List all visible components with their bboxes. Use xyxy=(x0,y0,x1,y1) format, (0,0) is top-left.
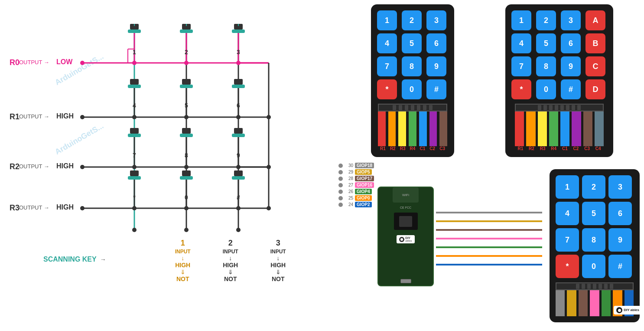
svg-point-57 xyxy=(132,61,137,65)
svg-text:5: 5 xyxy=(185,102,188,109)
pin-r4: R4 xyxy=(408,146,418,151)
svg-point-62 xyxy=(236,115,241,119)
key4-hash[interactable]: # xyxy=(561,79,581,99)
svg-text:HIGH: HIGH xyxy=(56,112,74,120)
gpio-row-24: 24 GIOP2 xyxy=(338,202,374,207)
svg-rect-49 xyxy=(130,170,139,176)
keyb-1[interactable]: 1 xyxy=(556,175,579,199)
key4-8[interactable]: 8 xyxy=(536,56,556,76)
pin4-c2: C2 xyxy=(570,146,582,151)
keyb-3[interactable]: 3 xyxy=(608,175,632,199)
pin4-r4: R4 xyxy=(548,146,559,151)
keyb-8[interactable]: 8 xyxy=(582,228,605,252)
keypad-3x3-top: 1 2 3 4 5 6 7 8 9 * 0 # xyxy=(371,4,454,157)
keypad-4x4-top: 1 2 3 A 4 5 6 B 7 8 9 C * 0 # D xyxy=(505,4,613,157)
svg-point-9 xyxy=(236,228,241,232)
svg-text:R3: R3 xyxy=(10,203,20,212)
svg-rect-46 xyxy=(234,128,243,134)
svg-text:6: 6 xyxy=(237,102,240,109)
key4-5[interactable]: 5 xyxy=(536,33,556,53)
svg-text:OUTPUT →: OUTPUT → xyxy=(19,113,49,120)
key4-4[interactable]: 4 xyxy=(511,33,531,53)
key-9[interactable]: 9 xyxy=(426,56,446,76)
key-3[interactable]: 3 xyxy=(426,10,446,30)
scan-col-3-input: INPUT xyxy=(270,249,286,255)
key4-7[interactable]: 7 xyxy=(511,56,531,76)
key-star[interactable]: * xyxy=(377,79,397,99)
key4-6[interactable]: 6 xyxy=(561,33,581,53)
svg-text:R2: R2 xyxy=(10,162,20,171)
svg-text:#: # xyxy=(237,194,240,201)
svg-rect-40 xyxy=(130,128,139,134)
svg-point-71 xyxy=(184,206,189,210)
key-1[interactable]: 1 xyxy=(377,10,397,30)
svg-text:R1: R1 xyxy=(10,112,20,121)
right-area: 1 2 3 4 5 6 7 8 9 * 0 # xyxy=(315,0,644,331)
scan-col-2-num: 2 xyxy=(228,239,233,248)
svg-rect-31 xyxy=(130,79,139,85)
gpio-num-26: 26 xyxy=(345,189,353,194)
key4-1[interactable]: 1 xyxy=(511,10,531,30)
keyb-7[interactable]: 7 xyxy=(556,228,579,252)
key-7[interactable]: 7 xyxy=(377,56,397,76)
pin4-c4: C4 xyxy=(592,146,604,151)
key4-B[interactable]: B xyxy=(585,33,605,53)
key4-9[interactable]: 9 xyxy=(561,56,581,76)
svg-text:LOW: LOW xyxy=(56,58,73,66)
key4-3[interactable]: 3 xyxy=(561,10,581,30)
pin-c3: C3 xyxy=(437,146,447,151)
svg-rect-14 xyxy=(128,29,141,33)
pin4-r1: R1 xyxy=(515,146,526,151)
keyb-4[interactable]: 4 xyxy=(556,202,579,225)
pin4-r3: R3 xyxy=(537,146,548,151)
svg-rect-55 xyxy=(234,170,243,176)
gpio-dot-30 xyxy=(338,164,343,168)
pin4-c3: C3 xyxy=(582,146,593,151)
key-hash[interactable]: # xyxy=(426,79,446,99)
keypad-3x3-bottom: 1 2 3 4 5 6 7 8 9 * 0 # DIY ables xyxy=(550,169,640,322)
svg-point-12 xyxy=(80,165,85,169)
keyb-6[interactable]: 6 xyxy=(608,202,632,225)
keyb-star[interactable]: * xyxy=(556,255,579,278)
svg-point-65 xyxy=(184,165,189,169)
svg-text:R0: R0 xyxy=(10,58,20,67)
key4-2[interactable]: 2 xyxy=(536,10,556,30)
svg-point-59 xyxy=(236,61,241,65)
scan-col-2-neq: ⇓ xyxy=(228,269,233,275)
keyb-9[interactable]: 9 xyxy=(608,228,632,252)
scanning-columns: 1 INPUT ↓ HIGH ⇓ NOT 2 INPUT ↓ HIGH ⇓ NO… xyxy=(159,239,302,282)
key4-C[interactable]: C xyxy=(585,56,605,76)
svg-point-8 xyxy=(184,228,189,232)
svg-point-64 xyxy=(132,165,137,169)
svg-rect-20 xyxy=(180,29,193,33)
svg-text:OUTPUT →: OUTPUT → xyxy=(19,163,49,170)
key-8[interactable]: 8 xyxy=(402,56,422,76)
key-4[interactable]: 4 xyxy=(377,33,397,53)
key4-A[interactable]: A xyxy=(585,10,605,30)
scan-col-2: 2 INPUT ↓ HIGH ⇓ NOT xyxy=(207,239,254,282)
svg-text:HIGH: HIGH xyxy=(56,203,74,211)
key4-D[interactable]: D xyxy=(585,79,605,99)
keyb-0[interactable]: 0 xyxy=(582,255,605,278)
keyb-2[interactable]: 2 xyxy=(582,175,605,199)
keyb-hash[interactable]: # xyxy=(608,255,632,278)
circuit-diagram: ArduinoGetS... ArduinoGetS... xyxy=(0,0,321,331)
gpio-tag-giop16: GIOP16 xyxy=(355,182,374,188)
key-2[interactable]: 2 xyxy=(402,10,422,30)
gpio-row-27: 27 GIOP16 xyxy=(338,182,374,188)
gpio-row-30: 30 GIOP18 xyxy=(338,163,374,168)
svg-text:4: 4 xyxy=(133,102,136,109)
key4-star[interactable]: * xyxy=(511,79,531,99)
key4-0[interactable]: 0 xyxy=(536,79,556,99)
keyb-5[interactable]: 5 xyxy=(582,202,605,225)
svg-point-70 xyxy=(132,206,137,210)
svg-point-10 xyxy=(80,61,85,65)
gpio-num-28: 28 xyxy=(345,176,353,181)
key-5[interactable]: 5 xyxy=(402,33,422,53)
gpio-num-25: 25 xyxy=(345,196,353,200)
key-6[interactable]: 6 xyxy=(426,33,446,53)
key-0[interactable]: 0 xyxy=(402,79,422,99)
svg-text:OUTPUT →: OUTPUT → xyxy=(19,204,49,211)
svg-point-58 xyxy=(184,61,189,65)
scan-col-1-input: INPUT xyxy=(175,249,191,255)
